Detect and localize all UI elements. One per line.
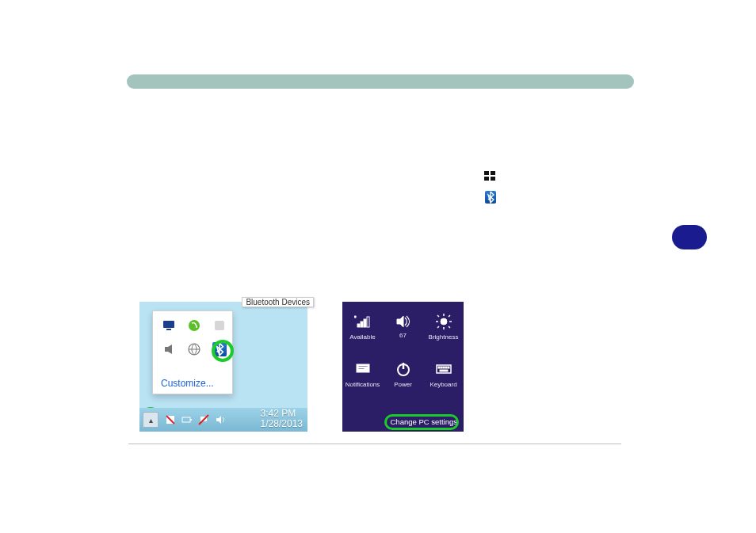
svg-rect-35 (440, 370, 448, 371)
taskbar-icon-action-center[interactable] (165, 414, 176, 425)
charms-label: Brightness (429, 333, 459, 341)
svg-rect-14 (367, 317, 369, 327)
charms-tile-power[interactable]: Power (383, 360, 423, 402)
charms-label: Power (394, 381, 412, 388)
bluetooth-badge-icon (485, 191, 496, 204)
svg-rect-25 (358, 366, 368, 367)
svg-rect-7 (182, 417, 190, 422)
show-hidden-icons-button[interactable]: ▴ (143, 412, 158, 428)
charms-tile-network[interactable]: * Available (342, 313, 383, 354)
svg-point-15 (441, 318, 447, 325)
volume-icon (395, 313, 412, 330)
windows-logo-icon (484, 171, 495, 181)
svg-line-23 (437, 326, 439, 328)
notifications-icon (354, 360, 372, 378)
charms-label: Available (349, 333, 375, 341)
svg-rect-34 (448, 367, 449, 368)
charms-tile-notifications[interactable]: Notifications (342, 360, 383, 402)
svg-rect-3 (215, 321, 224, 330)
svg-line-21 (449, 326, 450, 328)
taskbar-icon-volume[interactable] (215, 414, 226, 425)
tray-icon-audio[interactable] (159, 340, 178, 359)
tray-icon-misc1[interactable] (210, 316, 229, 335)
svg-rect-33 (445, 367, 447, 368)
svg-rect-8 (190, 419, 192, 421)
tray-tooltip: Bluetooth Devices (242, 297, 314, 307)
network-bars-icon: * (354, 313, 372, 330)
charms-tile-keyboard[interactable]: Keyboard (423, 360, 464, 402)
svg-rect-4 (165, 347, 168, 352)
header-accent-bar (127, 74, 634, 89)
taskbar: ▴ 3:42 PM 1/28/2013 (139, 408, 307, 432)
side-page-badge (672, 225, 707, 249)
figure-system-tray: Bluetooth Devices Customize... ▴ (139, 302, 307, 432)
svg-point-2 (189, 320, 200, 331)
highlight-circle-change-pc (384, 414, 459, 430)
keyboard-icon (435, 360, 452, 378)
tray-icon-nvidia[interactable] (185, 316, 204, 335)
svg-rect-13 (364, 319, 366, 327)
clock-date: 1/28/2013 (261, 419, 303, 429)
svg-text:*: * (354, 315, 357, 320)
taskbar-icon-network[interactable] (198, 414, 209, 425)
charms-label: Notifications (346, 381, 380, 388)
customize-link[interactable]: Customize... (161, 378, 214, 389)
svg-rect-0 (163, 321, 174, 328)
figure-charms-settings: * Available 67 Brightness Noti (342, 302, 464, 432)
charms-tile-brightness[interactable]: Brightness (423, 313, 464, 354)
charms-label: Keyboard (430, 381, 456, 388)
figure-divider (128, 444, 368, 444)
taskbar-clock[interactable]: 3:42 PM 1/28/2013 (261, 409, 303, 429)
svg-rect-26 (358, 368, 365, 370)
power-icon (395, 360, 412, 378)
charms-tile-volume[interactable]: 67 (383, 313, 423, 354)
svg-rect-30 (438, 367, 440, 368)
hidden-icons-popup[interactable]: Customize... (152, 310, 233, 394)
svg-rect-32 (443, 367, 445, 368)
brightness-icon (435, 313, 452, 330)
svg-rect-11 (357, 324, 360, 327)
svg-rect-12 (361, 322, 363, 327)
figure-divider (368, 444, 621, 444)
svg-line-20 (437, 315, 439, 317)
svg-line-22 (449, 315, 450, 317)
taskbar-status-icons (165, 414, 226, 425)
highlight-circle-bluetooth (212, 340, 234, 362)
svg-rect-31 (441, 367, 442, 368)
svg-rect-1 (166, 329, 171, 330)
taskbar-icon-battery[interactable] (181, 414, 193, 425)
charms-volume-value: 67 (399, 332, 407, 339)
tray-icon-display[interactable] (159, 316, 178, 335)
tray-icon-globe[interactable] (185, 340, 204, 359)
